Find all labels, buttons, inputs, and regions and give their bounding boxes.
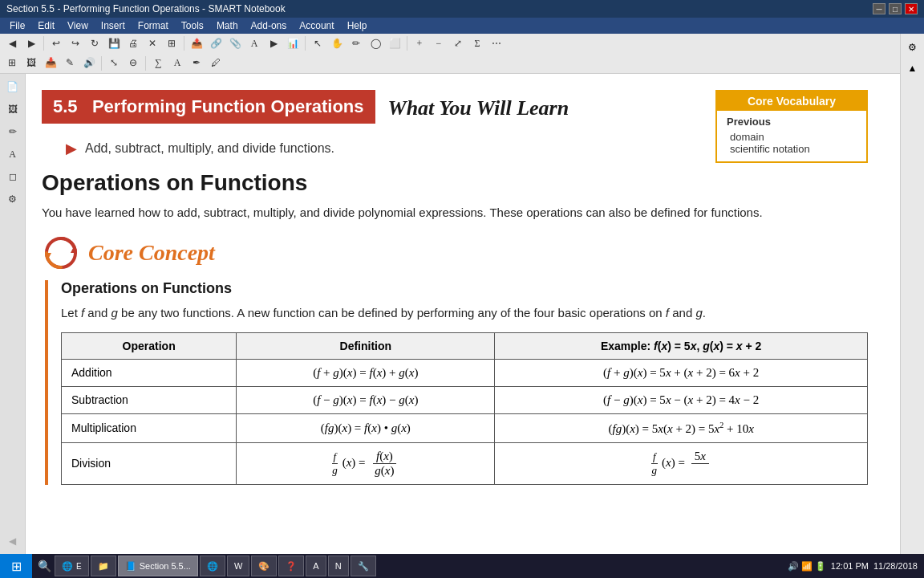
concept-box: Operations on Functions Let f and g be a…: [45, 280, 868, 485]
concept-g: g: [111, 306, 118, 320]
tb-present[interactable]: 📊: [284, 35, 302, 51]
tb-print[interactable]: 🖨: [124, 35, 142, 51]
tb-sep-1: [43, 36, 44, 51]
taskbar-app5[interactable]: N: [328, 556, 349, 576]
menu-account[interactable]: Account: [293, 18, 340, 34]
tb-zoom-out[interactable]: −: [430, 35, 448, 51]
tb-zoom-in[interactable]: +: [411, 35, 428, 51]
sidebar-pen[interactable]: ✏: [3, 122, 22, 141]
toolbar-area: ◀ ▶ ↩ ↪ ↻ 💾 🖨 ✕ ⊞ 📤 🔗 📎 A ▶ 📊 ↖ ✋ ✏ ◯ ⬜ …: [0, 34, 924, 74]
taskbar-explorer[interactable]: 🌐E: [55, 556, 89, 576]
menu-math[interactable]: Math: [210, 18, 245, 34]
main-content: 5.5 Performing Function Operations What …: [26, 74, 900, 554]
taskbar-app4[interactable]: A: [306, 556, 326, 576]
start-button[interactable]: ⊞: [0, 554, 32, 578]
tb-save[interactable]: 💾: [105, 35, 123, 51]
menu-tools[interactable]: Tools: [175, 18, 210, 34]
table-row-division: Division f g (x) = f(x) g(x): [62, 442, 868, 484]
tb-sep-5: [101, 56, 102, 71]
sidebar-tools[interactable]: ⚙: [3, 189, 22, 209]
tb-table[interactable]: ⊞: [3, 55, 21, 71]
tb-sigma[interactable]: Σ: [468, 35, 486, 51]
taskbar-chrome[interactable]: 🌐: [200, 556, 225, 576]
tb-attach[interactable]: 📎: [226, 35, 244, 51]
taskbar: ⊞ 🔍 🌐E 📁 📘Section 5.5... 🌐 W 🎨 ❓ A N 🔧 🔊…: [0, 554, 924, 578]
menu-edit[interactable]: Edit: [31, 18, 61, 34]
concept-box-title: Operations on Functions: [61, 280, 868, 297]
sidebar-gallery[interactable]: 🖼: [3, 100, 22, 119]
taskbar-app2[interactable]: 🎨: [251, 556, 277, 576]
tb-nav-forward[interactable]: ▶: [22, 35, 40, 51]
taskbar-search[interactable]: 🔍: [35, 558, 53, 574]
tb-undo[interactable]: ↩: [47, 35, 65, 51]
op-division: Division: [62, 442, 237, 484]
maximize-button[interactable]: □: [889, 3, 902, 14]
core-concept-title: Core Concept: [88, 240, 215, 266]
tb-audio[interactable]: 🔊: [80, 55, 98, 71]
tb-nav-back[interactable]: ◀: [3, 35, 21, 51]
bullet-text: Add, subtract, multiply, and divide func…: [85, 141, 334, 156]
menu-insert[interactable]: Insert: [95, 18, 132, 34]
ex-multiplication: (fg)(x) = 5x(x + 2) = 5x2 + 10x: [495, 413, 868, 442]
op-addition: Addition: [62, 359, 237, 386]
taskbar-app6[interactable]: 🔧: [351, 556, 376, 576]
sidebar-pages[interactable]: 📄: [3, 77, 22, 96]
rt-settings[interactable]: ⚙: [903, 38, 922, 57]
taskbar-app3[interactable]: ❓: [278, 556, 304, 576]
minimize-button[interactable]: ─: [873, 3, 886, 14]
tb-redo[interactable]: ↪: [67, 35, 84, 51]
close-button[interactable]: ✕: [905, 3, 918, 14]
sidebar-arrow-left[interactable]: ◀: [3, 531, 22, 551]
concept-description: Let f and g be any two functions. A new …: [61, 303, 868, 323]
tb-reduce[interactable]: ⊖: [124, 55, 142, 71]
page-area: 5.5 Performing Function Operations What …: [26, 74, 900, 554]
menu-addons[interactable]: Add-ons: [245, 18, 294, 34]
sidebar-shapes[interactable]: ◻: [3, 167, 22, 186]
table-row-addition: Addition (f + g)(x) = f(x) + g(x) (f + g…: [62, 359, 868, 386]
taskbar-folder[interactable]: 📁: [91, 556, 116, 576]
tb-highlight[interactable]: 🖊: [207, 55, 225, 71]
tb-pen[interactable]: ✒: [188, 55, 205, 71]
tb-math[interactable]: ∑: [149, 55, 167, 71]
rt-collapse[interactable]: ▲: [903, 59, 922, 78]
tb-annotate[interactable]: ✎: [61, 55, 79, 71]
menu-file[interactable]: File: [3, 18, 31, 34]
core-vocab-item-1: domain: [730, 131, 857, 143]
op-multiplication: Multiplication: [62, 413, 237, 442]
ex-addition: (f + g)(x) = 5x + (x + 2) = 6x + 2: [495, 359, 868, 386]
tb-text2[interactable]: A: [168, 55, 186, 71]
tb-delete[interactable]: ✕: [144, 35, 161, 51]
tb-refresh[interactable]: ↻: [86, 35, 103, 51]
menu-view[interactable]: View: [61, 18, 95, 34]
taskbar-word[interactable]: W: [227, 556, 249, 576]
ex-division: f g (x) = 5x: [495, 442, 868, 484]
tb-sep-4: [407, 36, 407, 51]
taskbar-items: 🔍 🌐E 📁 📘Section 5.5... 🌐 W 🎨 ❓ A N 🔧: [32, 556, 781, 576]
tb-draw[interactable]: ✏: [347, 35, 365, 51]
tb-export2[interactable]: 📥: [42, 55, 59, 71]
section-number-box: 5.5 Performing Function Operations: [42, 90, 375, 124]
tb-erase[interactable]: ⬜: [386, 35, 403, 51]
table-row-multiplication: Multiplication (fg)(x) = f(x) • g(x) (fg…: [62, 413, 868, 442]
taskbar-notebook[interactable]: 📘Section 5.5...: [118, 556, 198, 576]
concept-f: f: [81, 306, 84, 320]
tb-share[interactable]: 🔗: [207, 35, 225, 51]
core-vocab-title: Core Vocabulary: [717, 92, 866, 111]
tb-hand[interactable]: ✋: [328, 35, 346, 51]
tb-more[interactable]: ⋯: [488, 35, 505, 51]
tb-text[interactable]: A: [245, 35, 263, 51]
tb-fit[interactable]: ⤢: [449, 35, 467, 51]
sidebar-text[interactable]: A: [3, 144, 22, 164]
tb-grid[interactable]: ⊞: [163, 35, 180, 51]
taskbar-date: 11/28/2018: [873, 561, 918, 571]
window-title: Section 5.5 - Performing Function Operat…: [6, 3, 286, 14]
menu-help[interactable]: Help: [341, 18, 374, 34]
learn-title: What You Will Learn: [388, 96, 569, 120]
tb-insert-img[interactable]: 🖼: [22, 55, 40, 71]
tb-export[interactable]: 📤: [188, 35, 205, 51]
tb-media[interactable]: ▶: [265, 35, 282, 51]
tb-shape[interactable]: ◯: [367, 35, 384, 51]
menu-format[interactable]: Format: [132, 18, 175, 34]
tb-zoom-ctl[interactable]: ⤡: [105, 55, 123, 71]
tb-select[interactable]: ↖: [309, 35, 326, 51]
